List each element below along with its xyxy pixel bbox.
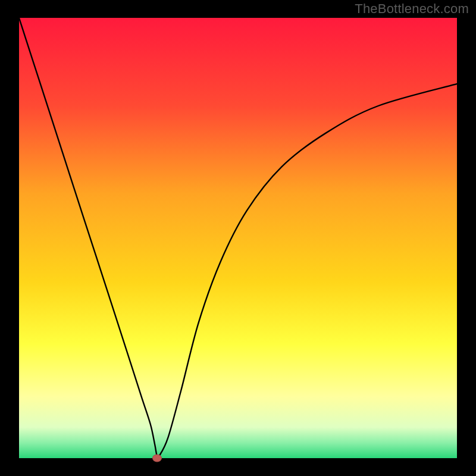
watermark-text: TheBottleneck.com xyxy=(355,1,469,17)
chart-svg xyxy=(19,18,457,458)
gradient-rect xyxy=(19,18,457,458)
plot-area xyxy=(19,18,457,458)
optimal-point-marker xyxy=(152,455,162,462)
chart-frame: TheBottleneck.com xyxy=(0,0,476,476)
